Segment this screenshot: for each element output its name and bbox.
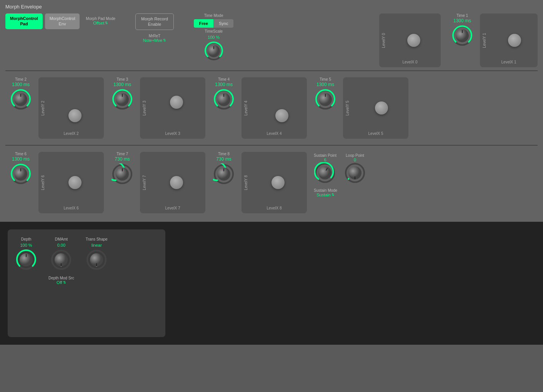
sustain-mode-label: Sustain Mode [314, 188, 337, 193]
trans-shape-group: Trans Shape linear [86, 237, 108, 271]
time6-knob[interactable] [10, 163, 32, 185]
time2-group: Time 2 1300 ms [5, 77, 36, 110]
morph-pad-mode-label: Morph Pad Mode [86, 17, 115, 21]
level1-panel: LevelY 1 LevelX 1 [480, 13, 538, 67]
level7-ball[interactable] [170, 176, 183, 189]
sustain-point-knob[interactable] [314, 162, 336, 184]
time4-group: Time 4 1300 ms [208, 77, 239, 110]
sustain-mode-value[interactable]: Sustain ⇅ [316, 193, 335, 197]
morph-pad-mode-value[interactable]: Offset ⇅ [93, 21, 108, 25]
seg5-group: Time 5 1300 ms LevelY 5 Leve [310, 77, 408, 139]
row2: Time 2 1300 ms LevelY 2 Leve [5, 74, 538, 142]
seg1-group: Time 1 1300 ms LevelY 1 [447, 13, 538, 67]
level5-ball[interactable] [375, 101, 388, 115]
time7-group: Time 7 730 ms [107, 152, 138, 185]
time7-knob[interactable] [112, 163, 133, 185]
level4-ball[interactable] [275, 109, 288, 122]
levelX1-label: LevelX 1 [480, 60, 538, 64]
morph-pad-mode-group: Morph Pad Mode Offset ⇅ [86, 17, 115, 25]
sustain-point-value: 6 [324, 158, 326, 162]
level4-panel: LevelY 4 LevelX 4 [242, 77, 307, 139]
morph-control-group: MorphControl Pad MorphControl Env [5, 13, 80, 29]
levelX7-label: LevelX 7 [140, 206, 205, 210]
morph-record-enable-button[interactable]: Morph Record Enable [135, 13, 174, 30]
time8-val: 730 ms [216, 156, 231, 162]
levelY4-label: LevelY 4 [244, 101, 248, 116]
level2-ball[interactable] [68, 109, 82, 122]
mrret-value[interactable]: Note+Mve ⇅ [143, 38, 166, 43]
time5-label: Time 5 [320, 77, 331, 81]
bottom-controls: Depth 100 % DMAmt 0.00 [15, 237, 158, 285]
loop-point-group: Loop Point 0 [344, 153, 366, 184]
level6-ball[interactable] [68, 176, 82, 189]
levelX3-label: LevelX 3 [140, 131, 205, 136]
morph-control-pad-button[interactable]: MorphControl Pad [5, 13, 43, 29]
time6-group: Time 6 1300 ms [5, 152, 36, 185]
timescale-label: TimeScale [205, 29, 223, 33]
level8-ball[interactable] [272, 176, 285, 189]
time2-val: 1300 ms [12, 82, 30, 87]
level7-panel: LevelY 7 LevelX 7 [140, 152, 205, 213]
time1-group: Time 1 1300 ms [447, 13, 478, 47]
depth-knob[interactable] [15, 249, 37, 271]
time4-knob[interactable] [213, 89, 235, 110]
levelX4-label: LevelX 4 [242, 131, 307, 136]
level1-ball[interactable] [508, 34, 521, 47]
levelY6-label: LevelY 6 [41, 175, 45, 190]
seg7-group: Time 7 730 ms LevelY 7 Level [107, 152, 205, 213]
main-panel: Morph Envelope MorphControl Pad MorphCon… [0, 0, 543, 222]
levelY1-label: LevelY 1 [482, 33, 486, 48]
seg4-group: Time 4 1300 ms LevelY 4 Leve [208, 77, 307, 139]
levelY0-label: LevelY 0 [381, 33, 386, 48]
time8-label: Time 8 [218, 152, 230, 156]
seg3-group: Time 3 1300 ms LevelY 3 Leve [107, 77, 205, 139]
time-mode-buttons: Free Sync [194, 19, 234, 28]
free-button[interactable]: Free [194, 19, 213, 28]
seg6-group: Time 6 1300 ms LevelY 6 Leve [5, 152, 104, 213]
level2-panel: LevelY 2 LevelX 2 [38, 77, 104, 139]
time4-val: 1300 ms [215, 82, 233, 87]
mrret-label: MrReT [149, 34, 161, 38]
time3-val: 1300 ms [113, 82, 131, 87]
depth-mod-src-value[interactable]: Off ⇅ [57, 280, 66, 285]
depth-value: 100 % [20, 243, 32, 247]
dmamt-value: 0.00 [57, 243, 65, 247]
time2-knob[interactable] [10, 89, 32, 110]
time3-knob[interactable] [112, 89, 133, 110]
level6-panel: LevelY 6 LevelX 6 [38, 152, 104, 213]
depth-group: Depth 100 % [15, 237, 37, 271]
level0-ball[interactable] [407, 34, 420, 47]
svg-point-28 [318, 166, 331, 179]
loop-point-knob[interactable] [344, 162, 366, 184]
level3-ball[interactable] [170, 96, 183, 109]
time5-knob[interactable] [315, 89, 336, 110]
levelY3-label: LevelY 3 [142, 101, 147, 116]
seg2-group: Time 2 1300 ms LevelY 2 Leve [5, 77, 104, 139]
page-title: Morph Envelope [5, 4, 538, 10]
time1-label: Time 1 [456, 13, 468, 18]
morph-control-env-button[interactable]: MorphControl Env [45, 13, 80, 29]
top-row: MorphControl Pad MorphControl Env Morph … [5, 13, 538, 67]
level5-panel: LevelY 5 LevelX 5 [343, 77, 408, 139]
trans-shape-knob[interactable] [86, 249, 107, 271]
time7-val: 730 ms [115, 156, 130, 162]
time-mode-section: Time Mode Free Sync TimeScale 100 % [194, 13, 234, 61]
timescale-knob[interactable] [204, 41, 224, 61]
time4-label: Time 4 [218, 77, 230, 81]
depth-label: Depth [21, 237, 32, 241]
time8-group: Time 8 730 ms [208, 152, 239, 185]
time1-knob[interactable] [451, 25, 473, 47]
time7-label: Time 7 [117, 152, 128, 156]
time1-val: 1300 ms [453, 18, 471, 23]
level8-panel: LevelY 8 LevelX 8 [242, 152, 307, 213]
level0-group: LevelY 0 LevelX 0 [379, 13, 441, 67]
time5-val: 1300 ms [316, 82, 334, 87]
time6-val: 1300 ms [12, 156, 30, 162]
levelX8-label: LevelX 8 [242, 206, 307, 210]
time8-knob[interactable] [213, 163, 235, 185]
levelY2-label: LevelY 2 [41, 101, 45, 116]
time2-label: Time 2 [15, 77, 27, 81]
dmamt-knob[interactable] [50, 249, 72, 271]
sync-button[interactable]: Sync [213, 19, 233, 28]
level0-panel: LevelY 0 LevelX 0 [379, 13, 441, 67]
